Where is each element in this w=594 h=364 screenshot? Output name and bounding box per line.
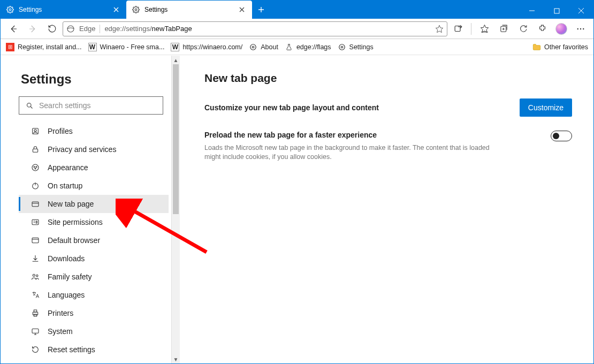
refresh-button[interactable]: [43, 20, 60, 37]
close-icon[interactable]: [111, 5, 121, 14]
address-bar[interactable]: Edge edge://settings/newTabPage: [63, 21, 447, 36]
system-icon: [31, 327, 40, 336]
bookmark-label: About: [261, 43, 278, 51]
gear-icon: [338, 43, 346, 51]
nav-system[interactable]: System: [19, 322, 169, 340]
family-icon: [31, 272, 40, 282]
extensions-icon[interactable]: [534, 20, 551, 37]
svg-rect-30: [34, 310, 36, 312]
toggle-knob: [553, 133, 559, 139]
browser-tab-inactive[interactable]: Settings: [1, 1, 126, 19]
language-icon: [31, 290, 40, 300]
windows-icon: ⊞: [6, 43, 14, 51]
svg-point-1: [135, 9, 137, 11]
download-icon: [31, 254, 40, 263]
sync-icon[interactable]: [514, 20, 531, 37]
more-menu-icon[interactable]: [572, 20, 589, 37]
nav-startup[interactable]: On startup: [19, 177, 169, 195]
appearance-icon: [31, 163, 40, 172]
svg-marker-4: [436, 25, 443, 32]
tab-label: Settings: [144, 6, 167, 13]
settings-main: New tab page Customize your new tab page…: [180, 56, 593, 363]
nav-label: Appearance: [48, 163, 88, 172]
svg-point-19: [32, 164, 39, 171]
svg-point-10: [583, 28, 584, 29]
scroll-up-icon[interactable]: ▲: [172, 56, 180, 64]
site-icon: W: [171, 43, 179, 51]
svg-point-20: [34, 166, 35, 168]
app-label: Edge: [79, 25, 95, 33]
bookmark-item[interactable]: edge://flags: [285, 43, 331, 51]
preload-row: Preload the new tab page for a faster ex…: [204, 131, 572, 162]
bookmark-item[interactable]: Settings: [338, 43, 374, 51]
maximize-button[interactable]: [544, 3, 569, 19]
minimize-button[interactable]: [520, 3, 544, 19]
search-icon: [26, 102, 34, 110]
nav-label: Family safety: [48, 272, 92, 281]
nav-appearance[interactable]: Appearance: [19, 158, 169, 177]
settings-sidebar: Settings Search settings Profiles Privac…: [1, 56, 180, 363]
back-button[interactable]: [5, 20, 22, 37]
send-tab-icon[interactable]: [450, 20, 467, 37]
bookmark-item[interactable]: ⊞Register, install and...: [6, 43, 82, 51]
svg-point-27: [33, 274, 35, 276]
nav-label: Site permissions: [48, 218, 103, 226]
new-tab-button[interactable]: [252, 1, 270, 19]
forward-button[interactable]: [24, 20, 41, 37]
other-favorites-folder[interactable]: Other favorites: [532, 43, 588, 51]
collections-icon[interactable]: [495, 20, 512, 37]
nav-label: Reset settings: [48, 345, 95, 354]
svg-point-15: [27, 103, 32, 107]
customize-row: Customize your new tab page layout and c…: [204, 98, 572, 117]
gear-icon: [6, 5, 14, 14]
toolbar: Edge edge://settings/newTabPage: [1, 19, 593, 39]
sidebar-scrollbar[interactable]: ▲ ▼: [171, 56, 180, 363]
bookmark-item[interactable]: About: [249, 43, 278, 51]
search-settings-input[interactable]: Search settings: [19, 96, 163, 115]
bookmark-item[interactable]: WWinaero - Free sma...: [88, 43, 165, 51]
scrollbar-thumb[interactable]: [173, 64, 179, 214]
nav-family[interactable]: Family safety: [19, 268, 169, 286]
preload-toggle[interactable]: [551, 131, 572, 141]
bookmark-item[interactable]: Whttps://winaero.com/: [171, 43, 242, 51]
url-text: edge://settings/newTabPage: [104, 25, 192, 33]
nav-label: New tab page: [48, 200, 94, 208]
nav-profiles[interactable]: Profiles: [19, 122, 169, 140]
nav-default-browser[interactable]: Default browser: [19, 231, 169, 249]
bookmark-label: edge://flags: [296, 43, 331, 51]
nav-reset[interactable]: Reset settings: [19, 340, 169, 359]
browser-tab-active[interactable]: Settings: [126, 1, 252, 19]
nav-new-tab-page[interactable]: New tab page: [19, 195, 169, 213]
separator: [100, 25, 100, 33]
nav-languages[interactable]: Languages: [19, 286, 169, 304]
svg-point-28: [36, 275, 38, 276]
nav-downloads[interactable]: Downloads: [19, 249, 169, 268]
customize-button[interactable]: Customize: [520, 98, 572, 117]
favorite-star-icon[interactable]: [435, 25, 444, 33]
printer-icon: [31, 308, 40, 318]
window-controls: [520, 3, 593, 19]
nav-privacy[interactable]: Privacy and services: [19, 140, 169, 158]
scroll-down-icon[interactable]: ▼: [172, 355, 180, 363]
close-window-button[interactable]: [569, 3, 593, 19]
svg-point-17: [34, 130, 36, 132]
nav-label: Default browser: [48, 236, 100, 245]
separator: [471, 23, 471, 35]
preload-label: Preload the new tab page for a faster ex…: [204, 131, 504, 139]
nav-label: Privacy and services: [48, 145, 116, 154]
bookmark-label: Register, install and...: [18, 43, 82, 51]
svg-point-21: [36, 166, 37, 168]
profile-icon: [31, 126, 40, 136]
svg-point-14: [339, 44, 345, 50]
other-favorites-label: Other favorites: [544, 43, 588, 51]
nav-label: Languages: [48, 291, 85, 299]
nav-phone[interactable]: Phone and other devices: [19, 359, 169, 364]
favorites-icon[interactable]: [476, 20, 493, 37]
close-icon[interactable]: [237, 5, 247, 14]
profile-avatar[interactable]: [553, 20, 570, 37]
gear-icon: [249, 43, 257, 51]
nav-label: On startup: [48, 181, 82, 190]
nav-printers[interactable]: Printers: [19, 304, 169, 322]
settings-nav: Profiles Privacy and services Appearance…: [19, 122, 169, 364]
nav-site-permissions[interactable]: Site permissions: [19, 213, 169, 231]
